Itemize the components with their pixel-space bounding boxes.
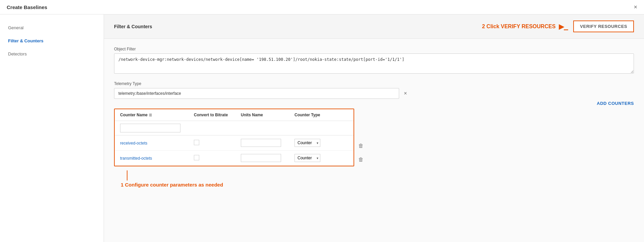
th-counter-type: Counter Type <box>294 113 348 117</box>
cell-bitrate-1 <box>194 140 241 146</box>
sidebar-item-detectors[interactable]: Detectors <box>0 47 104 61</box>
cell-type-2: Counter Gauge Derived <box>294 154 348 162</box>
search-row <box>115 121 354 135</box>
object-filter-group: Object Filter /network-device-mgr:networ… <box>114 47 634 75</box>
dialog-title: Create Baselines <box>7 4 47 10</box>
content-body: Object Filter /network-device-mgr:networ… <box>104 39 644 196</box>
counters-table: Counter Name ☰ Convert to Bitrate Units … <box>114 109 354 166</box>
delete-row-1-button[interactable]: 🗑 <box>354 142 368 150</box>
content-header: Filter & Counters 2 Click VERIFY RESOURC… <box>104 14 644 39</box>
telemetry-type-group: Telemetry Type × <box>114 81 634 99</box>
counter-type-select-2[interactable]: Counter Gauge Derived <box>294 154 320 162</box>
cell-units-2 <box>241 154 294 162</box>
bitrate-checkbox-1[interactable] <box>194 140 199 145</box>
th-convert-bitrate: Convert to Bitrate <box>194 113 241 117</box>
units-input-2[interactable] <box>241 154 281 162</box>
annotation-text: 1 Configure counter parameters as needed <box>121 182 223 188</box>
object-filter-textarea[interactable]: /network-device-mgr:network-devices/netw… <box>114 53 634 74</box>
arrow-icon: ▶⎯ <box>559 23 568 31</box>
sidebar-item-filter-counters[interactable]: Filter & Counters <box>0 34 104 47</box>
telemetry-type-label: Telemetry Type <box>114 81 634 86</box>
header-right: 2 Click VERIFY RESOURCES ▶⎯ VERIFY RESOU… <box>482 21 634 32</box>
object-filter-label: Object Filter <box>114 47 634 51</box>
telemetry-input-row: × <box>114 88 634 99</box>
clear-telemetry-button[interactable]: × <box>402 89 408 97</box>
add-counters-row: ADD COUNTERS <box>114 101 634 106</box>
cell-counter-name-2: transmitted-octets <box>120 156 194 161</box>
counter-name-link-2[interactable]: transmitted-octets <box>120 156 152 161</box>
telemetry-type-input[interactable] <box>114 88 399 99</box>
cell-counter-name-1: received-octets <box>120 140 194 146</box>
counter-name-link-1[interactable]: received-octets <box>120 141 147 146</box>
table-row: transmitted-octets <box>115 151 354 166</box>
sidebar-item-general[interactable]: General <box>0 21 104 34</box>
filter-icon[interactable]: ☰ <box>149 113 152 117</box>
sidebar: General Filter & Counters Detectors <box>0 14 104 242</box>
th-counter-name: Counter Name ☰ <box>120 113 194 117</box>
add-counters-button[interactable]: ADD COUNTERS <box>597 101 634 106</box>
delete-row-2-button[interactable]: 🗑 <box>354 155 368 164</box>
cell-type-1: Counter Gauge Derived <box>294 139 348 147</box>
table-header: Counter Name ☰ Convert to Bitrate Units … <box>115 109 354 121</box>
counter-type-select-wrap-1: Counter Gauge Derived <box>294 139 320 147</box>
content-title: Filter & Counters <box>114 24 152 29</box>
annotation-area: 1 Configure counter parameters as needed <box>114 170 634 188</box>
table-row: received-octets <box>115 135 354 151</box>
counter-type-select-wrap-2: Counter Gauge Derived <box>294 154 320 162</box>
counter-name-search[interactable] <box>120 124 180 132</box>
annotation-line <box>127 170 127 180</box>
units-input-1[interactable] <box>241 139 281 147</box>
close-button[interactable]: × <box>634 4 637 10</box>
counter-type-select-1[interactable]: Counter Gauge Derived <box>294 139 320 147</box>
verify-resources-button[interactable]: VERIFY RESOURCES <box>573 21 634 32</box>
th-units-name: Units Name <box>241 113 294 117</box>
verify-annotation: 2 Click VERIFY RESOURCES ▶⎯ <box>482 23 568 31</box>
bitrate-checkbox-2[interactable] <box>194 155 199 160</box>
cell-bitrate-2 <box>194 155 241 161</box>
content-area: Filter & Counters 2 Click VERIFY RESOURC… <box>104 14 644 242</box>
cell-units-1 <box>241 139 294 147</box>
